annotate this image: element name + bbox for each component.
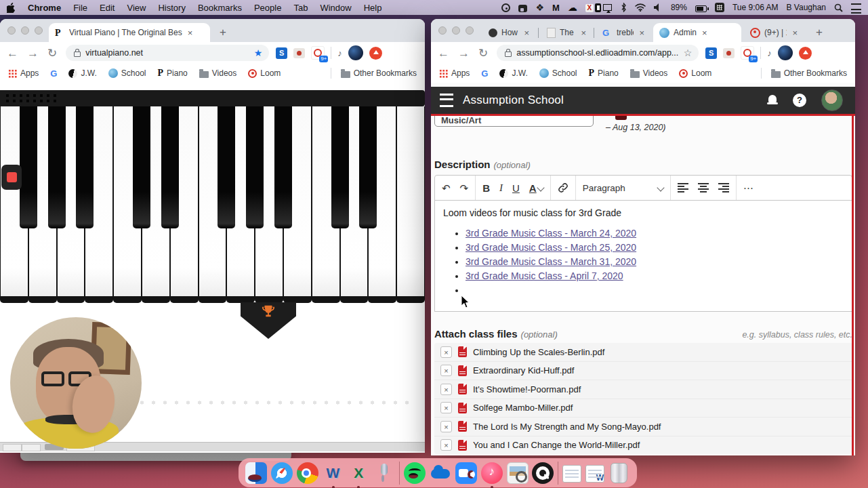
new-tab-button[interactable]: + <box>812 25 827 40</box>
extension-capture-icon[interactable] <box>293 48 305 58</box>
menu-item-tab[interactable]: Tab <box>293 3 308 13</box>
bookmark-apps[interactable]: Apps <box>439 68 470 78</box>
menu-item-help[interactable]: Help <box>364 3 382 13</box>
display-status-icon[interactable] <box>603 4 612 11</box>
remove-file-button[interactable]: × <box>440 439 452 451</box>
media-queue-icon[interactable]: ♪ <box>337 48 342 58</box>
black-piano-key[interactable] <box>218 106 235 228</box>
dock-chrome-icon[interactable] <box>297 462 318 484</box>
input-source-icon[interactable] <box>715 3 724 12</box>
menu-item-chrome[interactable]: Chrome <box>28 3 61 13</box>
record-stop-button[interactable] <box>7 172 17 182</box>
black-piano-key[interactable] <box>133 106 150 228</box>
description-editor[interactable]: Loom videos for music class for 3rd Grad… <box>434 200 852 312</box>
new-tab-button[interactable]: + <box>215 25 230 40</box>
align-left-button[interactable] <box>678 183 688 192</box>
bookmark-star-icon[interactable]: ★ <box>254 47 263 58</box>
more-options-button[interactable]: ⋯ <box>743 183 753 193</box>
bookmark-other[interactable]: Other Bookmarks <box>341 68 417 78</box>
file-name[interactable]: The Lord Is My Strength and My Song-Mayo… <box>473 422 661 432</box>
wifi-icon[interactable] <box>635 3 646 12</box>
sidecar-status-icon[interactable] <box>595 3 601 12</box>
cloud-status-icon[interactable]: ☁ <box>568 2 577 13</box>
bluetooth-icon[interactable] <box>621 3 627 12</box>
tab-loom[interactable]: (9+) | 1 × <box>744 23 804 42</box>
chrome-profile-avatar[interactable] <box>778 45 793 60</box>
user-avatar[interactable] <box>821 89 843 111</box>
bookmark-piano[interactable]: PPiano <box>589 68 619 79</box>
media-queue-icon[interactable]: ♪ <box>767 48 772 58</box>
minimize-window-button[interactable] <box>21 26 29 35</box>
close-tab-icon[interactable]: × <box>581 28 586 38</box>
dock-word-icon[interactable]: W <box>323 462 344 484</box>
font-color-button[interactable]: A <box>529 183 543 193</box>
bookmark-videos[interactable]: Videos <box>630 68 667 78</box>
webcam-overlay[interactable] <box>10 317 142 449</box>
dock-safari-icon[interactable] <box>271 462 293 484</box>
music-class-link[interactable]: 3rd Grade Music Class - March 31, 2020 <box>466 256 636 267</box>
align-right-button[interactable] <box>718 183 729 192</box>
file-name[interactable]: Extraordinary Kid-Huff.pdf <box>473 365 574 375</box>
minimize-window-button[interactable] <box>452 26 460 35</box>
redo-button[interactable]: ↷ <box>460 183 469 193</box>
extension-capture-icon[interactable] <box>723 48 735 58</box>
spotlight-icon[interactable] <box>834 3 843 12</box>
zoom-window-button[interactable] <box>35 26 43 35</box>
back-button[interactable]: ← <box>7 47 18 59</box>
menu-item-people[interactable]: People <box>254 3 281 13</box>
file-name[interactable]: Climbing Up the Scales-Berlin.pdf <box>473 347 604 357</box>
music-class-link[interactable]: 3rd Grade Music Class - April 7, 2020 <box>466 270 623 281</box>
dock-zoom-icon[interactable] <box>455 462 477 484</box>
dock-trash-icon[interactable] <box>608 462 630 484</box>
close-tab-icon[interactable]: × <box>639 28 644 38</box>
remove-file-button[interactable]: × <box>440 365 452 376</box>
remove-file-button[interactable]: × <box>440 384 452 395</box>
close-window-button[interactable] <box>438 26 447 35</box>
hamburger-menu-icon[interactable] <box>440 94 453 107</box>
bookmark-school[interactable]: School <box>539 68 577 78</box>
close-tab-icon[interactable]: × <box>524 28 529 38</box>
malwarebytes-status-icon[interactable]: M <box>552 3 560 13</box>
zoom-window-button[interactable] <box>466 26 474 35</box>
menu-item-history[interactable]: History <box>158 3 185 13</box>
tab-the-tre[interactable]: The tre × <box>541 23 592 42</box>
undo-button[interactable]: ↶ <box>442 183 451 193</box>
menu-item-edit[interactable]: Edit <box>100 3 115 13</box>
music-class-link[interactable]: 3rd Grade Music Class - March 25, 2020 <box>466 242 636 253</box>
menu-bar-user[interactable]: B Vaughan <box>787 3 827 12</box>
close-tab-icon[interactable]: × <box>792 28 798 38</box>
loom-recording-widget[interactable] <box>1 165 22 190</box>
tab-treble[interactable]: G treble c × <box>596 23 650 42</box>
close-tab-icon[interactable]: × <box>702 28 707 38</box>
black-piano-key[interactable] <box>359 106 377 228</box>
menu-item-file[interactable]: File <box>73 3 87 13</box>
excel-status-icon[interactable]: X <box>585 4 594 12</box>
achievement-banner[interactable] <box>241 302 296 339</box>
bookmark-loom[interactable]: Loom <box>679 68 711 78</box>
forward-button[interactable]: → <box>27 47 39 59</box>
black-piano-key[interactable] <box>331 106 349 228</box>
notification-center-icon[interactable] <box>851 3 861 14</box>
address-bar[interactable]: virtualpiano.net ★ <box>66 45 269 61</box>
bookmark-star-icon[interactable]: ☆ <box>684 47 693 58</box>
chrome-profile-avatar[interactable] <box>348 45 363 60</box>
volume-icon[interactable] <box>654 3 663 12</box>
dock-preview-icon[interactable] <box>507 462 529 484</box>
bookmark-jw[interactable]: J.W. <box>499 68 527 78</box>
dock-podcasts-icon[interactable] <box>373 462 395 484</box>
chrome-update-icon[interactable] <box>369 47 382 60</box>
file-name[interactable]: It's Showtime!-Poorman.pdf <box>473 384 581 394</box>
extension-s-icon[interactable]: S <box>705 47 717 59</box>
dock-quicktime-icon[interactable] <box>532 462 554 484</box>
scrollbar-button[interactable] <box>3 444 22 451</box>
apple-icon[interactable] <box>7 3 16 13</box>
loom-extension-icon[interactable]: 9+ <box>311 46 325 60</box>
bookmark-loom[interactable]: Loom <box>248 68 281 78</box>
black-piano-key[interactable] <box>76 106 94 228</box>
bookmark-apps[interactable]: Apps <box>8 68 39 78</box>
address-bar[interactable]: assumptionschool-sl.edlioadmin.com/app..… <box>497 45 699 61</box>
black-piano-key[interactable] <box>246 106 264 228</box>
bold-button[interactable]: B <box>482 183 490 193</box>
file-name[interactable]: Solfege Mambo-Miller.pdf <box>473 403 573 413</box>
tab-virtual-piano[interactable]: P Virtual Piano | The Original Bes × <box>49 23 210 42</box>
